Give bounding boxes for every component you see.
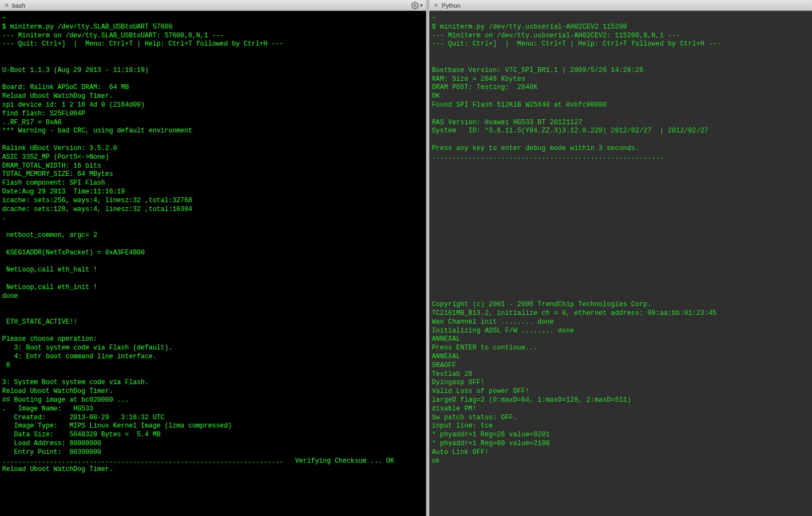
right-terminal-output[interactable]: ~ $ miniterm.py /dev/tty.usbserial-AH02C…: [429, 11, 812, 516]
close-icon[interactable]: ✕: [433, 2, 439, 9]
chevron-down-icon[interactable]: ▾: [420, 2, 423, 8]
gear-icon[interactable]: [411, 2, 419, 9]
left-tab-title[interactable]: bash: [12, 2, 25, 9]
right-tab-title[interactable]: Python: [441, 2, 460, 9]
right-terminal-pane: ✕ Python ~ $ miniterm.py /dev/tty.usbser…: [429, 0, 812, 516]
left-tabstrip: ✕ bash ▾: [0, 0, 426, 11]
right-tabstrip: ✕ Python: [429, 0, 812, 11]
pane-splitter[interactable]: [426, 0, 429, 516]
svg-point-0: [415, 4, 417, 7]
left-terminal-pane: ✕ bash ▾ ~ $ miniterm.py /dev/tty.SLAB_U…: [0, 0, 426, 516]
left-terminal-output[interactable]: ~ $ miniterm.py /dev/tty.SLAB_USBtoUART …: [0, 11, 426, 516]
close-icon[interactable]: ✕: [3, 2, 10, 9]
